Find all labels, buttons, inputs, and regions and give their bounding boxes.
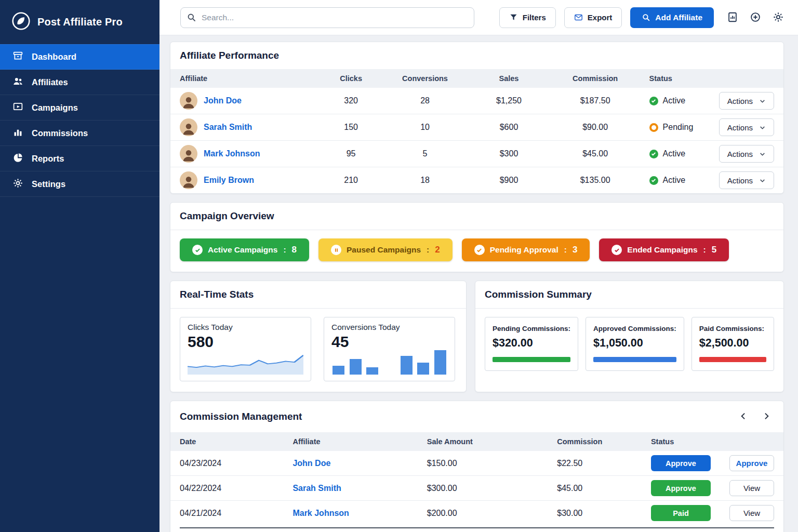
row-action-button[interactable]: View xyxy=(729,480,774,496)
summary-label: Approved Commissions: xyxy=(593,325,676,332)
row-action-button[interactable]: Approve xyxy=(729,455,774,471)
table-header-row: Date Affiliate Sale Amount Commission St… xyxy=(170,432,783,451)
topbar-icon-group xyxy=(726,11,784,24)
add-affiliate-button[interactable]: Add Affiliate xyxy=(630,7,714,28)
settings-gear-icon[interactable] xyxy=(772,11,784,24)
avatar xyxy=(180,171,197,189)
dashboard-icon xyxy=(12,50,23,63)
conversions-value: 28 xyxy=(383,88,468,114)
table-row: 04/21/2024 Mark Johnson $200.00 $30.00 P… xyxy=(170,501,783,526)
sale-amount-value: $200.00 xyxy=(418,501,548,526)
sidebar-item-label: Commissions xyxy=(32,128,88,138)
date-value: 04/23/2024 xyxy=(170,451,283,476)
badge-sep: : xyxy=(283,245,286,255)
actions-button[interactable]: Actions xyxy=(719,92,774,110)
approved-commissions-box: Approved Commissions: $1,050.00 xyxy=(586,317,684,371)
commission-value: $45.00 xyxy=(548,476,642,501)
campaign-overview-card: Campaign Overview Active Campaigns : 8 P… xyxy=(170,202,784,272)
badge-count: 5 xyxy=(712,245,716,255)
column-affiliate: Affiliate xyxy=(170,69,319,88)
filters-button[interactable]: Filters xyxy=(499,7,556,28)
sidebar-item-campaigns[interactable]: Campaigns xyxy=(0,95,159,121)
campaign-badge[interactable]: Pending Approval : 3 xyxy=(462,238,590,261)
bar xyxy=(434,350,446,375)
check-circle-icon xyxy=(611,245,622,255)
campaign-badge[interactable]: Paused Campaigns : 2 xyxy=(318,238,453,261)
avatar xyxy=(180,92,197,110)
summary-bar xyxy=(699,357,766,362)
chevron-down-icon xyxy=(759,98,766,104)
clicks-today-value: 580 xyxy=(188,333,303,350)
affiliate-name-link[interactable]: Sarah Smith xyxy=(292,484,341,493)
commission-management-card: Commission Management Date Affiliate Sal… xyxy=(170,401,784,532)
affiliate-name-link[interactable]: Mark Johnson xyxy=(292,509,349,517)
clicks-value: 95 xyxy=(319,141,382,167)
affiliate-name-link[interactable]: Mark Johnson xyxy=(204,149,260,158)
status-label: Active xyxy=(663,96,686,105)
campaign-badge[interactable]: Active Campaigns : 8 xyxy=(180,238,309,261)
report-document-icon[interactable] xyxy=(726,11,739,24)
conversions-value: 18 xyxy=(383,167,468,194)
funnel-icon xyxy=(509,13,518,22)
export-label: Export xyxy=(588,13,613,22)
sidebar-item-label: Dashboard xyxy=(32,52,76,62)
bar xyxy=(332,366,344,375)
paid-button[interactable]: Paid xyxy=(651,505,711,521)
campaign-overview-title: Campaign Overview xyxy=(180,210,274,222)
column-action-header xyxy=(720,432,783,451)
avatar xyxy=(180,118,197,136)
actions-button[interactable]: Actions xyxy=(719,145,774,163)
sidebar-item-affiliates[interactable]: Affiliates xyxy=(0,70,159,95)
badge-label: Paused Campaigns xyxy=(347,245,421,255)
column-status: Status xyxy=(642,432,720,451)
conversions-today-label: Conversions Today xyxy=(331,323,447,332)
affiliate-name-link[interactable]: John Doe xyxy=(292,459,330,468)
table-header-row: Affiliate Clicks Conversions Sales Commi… xyxy=(170,69,783,88)
actions-label: Actions xyxy=(727,97,753,105)
approve-button[interactable]: Approve xyxy=(651,480,711,496)
sale-amount-value: $150.00 xyxy=(418,451,548,476)
actions-label: Actions xyxy=(727,123,753,132)
add-circle-icon[interactable] xyxy=(749,11,762,24)
bar-chart-icon xyxy=(12,127,23,140)
next-page-button[interactable] xyxy=(759,409,774,424)
status-label: Active xyxy=(663,176,686,185)
column-sale-amount: Sale Amount xyxy=(418,432,548,451)
actions-label: Actions xyxy=(727,150,753,158)
actions-button[interactable]: Actions xyxy=(719,171,774,189)
content: Affiliate Performance Affiliate Clicks C… xyxy=(159,35,798,532)
commission-summary-title: Commission Summary xyxy=(485,289,592,300)
conversions-value: 10 xyxy=(383,114,468,141)
sidebar-item-settings[interactable]: Settings xyxy=(0,171,159,197)
sidebar-item-label: Reports xyxy=(32,154,64,164)
sidebar-item-reports[interactable]: Reports xyxy=(0,146,159,171)
sidebar-item-commissions[interactable]: Commissions xyxy=(0,121,159,146)
badge-label: Pending Approval xyxy=(490,245,558,255)
summary-label: Pending Commissions: xyxy=(493,325,570,332)
sidebar-item-dashboard[interactable]: Dashboard xyxy=(0,44,159,70)
row-action-button[interactable]: View xyxy=(729,505,774,521)
summary-value: $320.00 xyxy=(493,337,570,350)
pending-commissions-box: Pending Commissions: $320.00 xyxy=(485,317,578,371)
affiliate-name-link[interactable]: Sarah Smith xyxy=(204,123,252,132)
bar xyxy=(366,367,378,375)
clicks-value: 320 xyxy=(319,88,382,114)
badge-label: Active Campaigns xyxy=(208,245,277,255)
search-input[interactable] xyxy=(180,7,474,28)
table-row: 04/23/2024 John Doe $150.00 $22.50 Appro… xyxy=(170,451,783,476)
sales-value: $300 xyxy=(467,141,550,167)
app-logo[interactable]: Post Affiliate Pro xyxy=(0,0,159,44)
pagination xyxy=(736,409,774,424)
summary-value: $1,050.00 xyxy=(593,337,676,350)
export-button[interactable]: Export xyxy=(564,7,622,28)
prev-page-button[interactable] xyxy=(736,409,751,424)
status-active-icon xyxy=(649,150,658,158)
pause-circle-icon xyxy=(331,245,341,255)
approve-button[interactable]: Approve xyxy=(651,455,711,471)
affiliate-name-link[interactable]: John Doe xyxy=(204,96,242,105)
affiliate-name-link[interactable]: Emily Brown xyxy=(204,176,254,185)
table-row: Mark Johnson 95 5 $300 $45.00 Active Act… xyxy=(170,141,783,167)
campaign-badge[interactable]: Ended Campaigns : 5 xyxy=(599,238,729,261)
leaf-logo-icon xyxy=(11,11,31,33)
actions-button[interactable]: Actions xyxy=(719,118,774,136)
